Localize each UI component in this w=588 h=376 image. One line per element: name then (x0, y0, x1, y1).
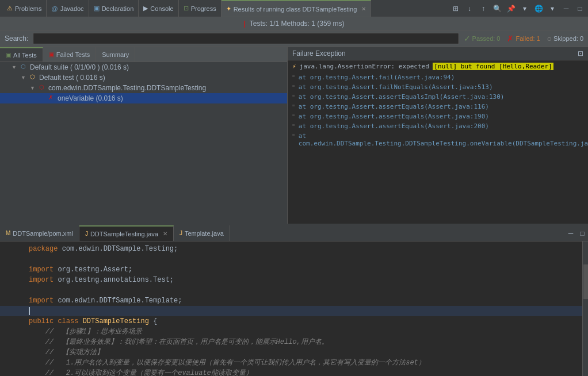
expand-icon[interactable]: ⊡ (578, 49, 583, 57)
stats-area: ✓ Passed: 0 ✗ Failed: 1 ○ Skipped: 0 (464, 34, 583, 43)
tab-declaration[interactable]: ▣ Declaration (89, 0, 139, 17)
stack-trace-text-4: at org.testng.Assert.assertEquals(Assert… (299, 113, 489, 120)
suite-icon: ⬡ (18, 63, 28, 71)
tab-summary[interactable]: Summary (96, 47, 135, 62)
tab-javadoc-label: Javadoc (60, 5, 84, 12)
console-icon: ▶ (143, 5, 148, 12)
code-line-3: import org.testng.Assert; (0, 264, 588, 275)
toolbar-up-btn[interactable]: ↑ (478, 3, 489, 14)
stack-line-icon-3: ≡ (292, 103, 295, 108)
toolbar-chevron2-btn[interactable]: ▾ (547, 3, 558, 14)
assertion-error-line: ⚡ java.lang.AssertionError: expected [nu… (288, 60, 588, 72)
left-panel: ▣ All Tests ▣ Failed Tests Summary ▼ ⬡ D… (0, 47, 288, 224)
all-tests-icon: ▣ (6, 52, 11, 58)
stack-trace-text-3: at org.testng.Assert.assertEquals(Assert… (299, 103, 489, 110)
tree-item-method[interactable]: ✗ oneVariable (0.016 s) (0, 93, 287, 103)
stack-trace-4[interactable]: ≡ at org.testng.Assert.assertEquals(Asse… (288, 112, 588, 121)
stack-line-icon-1: ≡ (292, 83, 295, 89)
stack-trace-text-0: at org.testng.Assert.fail(Assert.java:94… (299, 74, 455, 81)
progress-icon: ⊡ (184, 5, 189, 12)
declaration-icon: ▣ (94, 5, 100, 12)
editor-scrollbar[interactable] (582, 241, 588, 376)
toolbar-search-btn[interactable]: 🔍 (491, 3, 503, 14)
test-collapse-arrow[interactable]: ▼ (21, 75, 28, 80)
editor-minimize-btn[interactable]: ─ (565, 228, 576, 239)
toolbar-maximize-btn[interactable]: □ (574, 3, 586, 14)
editor-tab-pom[interactable]: M DDTSample/pom.xml (0, 225, 79, 241)
stack-trace-2[interactable]: ≡ at org.testng.Assert.assertEqualsImpl(… (288, 92, 588, 102)
stack-trace-3[interactable]: ≡ at org.testng.Assert.assertEquals(Asse… (288, 102, 588, 112)
code-line-5 (0, 285, 588, 296)
summary-label: Summary (102, 51, 129, 58)
stack-trace-6[interactable]: ≡ at com.edwin.DDTSample.Testing.DDTSamp… (288, 131, 588, 148)
class-collapse-arrow[interactable]: ▼ (30, 85, 37, 91)
toolbar-globe-btn[interactable]: 🌐 (533, 3, 544, 14)
editor-tab-template-label: Template.java (185, 230, 224, 237)
suite-collapse-arrow[interactable]: ▼ (12, 64, 18, 70)
stack-trace-1[interactable]: ≡ at org.testng.Assert.failNotEquals(Ass… (288, 82, 588, 92)
search-stats-bar: Search: ✓ Passed: 0 ✗ Failed: 1 ○ Skippe… (0, 30, 588, 47)
stack-line-icon-6: ≡ (292, 132, 295, 137)
assertion-error-icon: ⚡ (292, 63, 296, 70)
results-header-text: Tests: 1/1 Methods: 1 (359 ms) (250, 20, 345, 28)
tab-declaration-label: Declaration (102, 5, 134, 12)
editor-maximize-btn[interactable]: □ (576, 228, 588, 239)
tab-failed-tests[interactable]: ▣ Failed Tests (43, 47, 97, 62)
toolbar-minimize-btn[interactable]: ─ (560, 3, 572, 14)
stack-trace-0[interactable]: ≡ at org.testng.Assert.fail(Assert.java:… (288, 72, 588, 82)
stat-skipped: ○ Skipped: 0 (547, 34, 583, 43)
editor-tab-template[interactable]: J Template.java (174, 225, 230, 241)
tab-console[interactable]: ▶ Console (139, 0, 178, 17)
tab-problems[interactable]: ⚠ Problems (2, 0, 47, 17)
tab-results[interactable]: ✦ Results of running class DDTSampleTest… (222, 0, 372, 17)
stack-trace-5[interactable]: ≡ at org.testng.Assert.assertEquals(Asse… (288, 121, 588, 131)
failure-header: Failure Exception ⊡ (288, 47, 588, 60)
passed-label: Passed: (472, 35, 495, 42)
warning-icon: ⚠ (7, 5, 13, 12)
editor-tab-right: ─ □ (565, 228, 588, 239)
stat-failed: ✗ Failed: 1 (507, 34, 540, 43)
tab-failed-tests-label: Failed Tests (56, 51, 90, 58)
code-line-7 (0, 306, 588, 316)
code-line-6: import com.edwin.DDTfSample.Template; (0, 296, 588, 306)
stack-trace-text-5: at org.testng.Assert.assertEquals(Assert… (299, 122, 489, 130)
toolbar-chevron-btn[interactable]: ▾ (519, 3, 530, 14)
assertion-error-text: java.lang.AssertionError: expected [null… (300, 63, 553, 70)
editor-content[interactable]: package com.edwin.DDTSample.Testing; imp… (0, 241, 588, 376)
tab-progress[interactable]: ⊡ Progress (179, 0, 222, 17)
code-line-12: // 1.用户名传入到变量，以便保存变更以便使用（首先有一个类可让我们传入用户名… (0, 358, 588, 368)
template-icon: J (180, 230, 182, 236)
toolbar-pin-btn[interactable]: 📌 (505, 3, 517, 14)
tab-progress-label: Progress (191, 5, 216, 12)
results-icon: ✦ (226, 5, 231, 13)
search-input[interactable] (33, 33, 459, 44)
passed-value: 0 (497, 35, 500, 42)
results-error-indicator: | (243, 20, 245, 28)
toolbar-down-btn[interactable]: ↓ (464, 3, 475, 14)
toolbar-rerun-btn[interactable]: ⊞ (450, 3, 461, 14)
assertion-highlight: [null] but found [Hello,Reader] (433, 63, 553, 70)
editor-tab-java[interactable]: J DDTSampleTesting.java ✕ (79, 225, 174, 241)
stack-line-icon-2: ≡ (292, 93, 295, 98)
code-area: package com.edwin.DDTSample.Testing; imp… (0, 241, 588, 376)
code-line-4: import org.testng.annotations.Test; (0, 275, 588, 285)
tree-item-suite[interactable]: ▼ ⬡ Default suite ( 0/1/0/0 ) (0.016 s) (0, 62, 287, 72)
tree-item-test[interactable]: ▼ ⬡ Default test ( 0.016 s) (0, 72, 287, 83)
editor-scrollbar-thumb[interactable] (583, 264, 588, 299)
failed-label: Failed: (516, 35, 534, 42)
tab-results-close[interactable]: ✕ (361, 6, 366, 12)
tab-javadoc[interactable]: @ Javadoc (47, 0, 89, 17)
top-tab-bar: ⚠ Problems @ Javadoc ▣ Declaration ▶ Con… (0, 0, 588, 17)
code-line-2 (0, 254, 588, 264)
editor-area: M DDTSample/pom.xml J DDTSampleTesting.j… (0, 225, 588, 376)
tab-all-tests[interactable]: ▣ All Tests (0, 47, 43, 62)
tree-item-class[interactable]: ▼ ⬡ com.edwin.DDTSample.Testing.DDTSampl… (0, 83, 287, 93)
editor-tab-java-close[interactable]: ✕ (163, 231, 167, 237)
stack-trace-text-6: at com.edwin.DDTSample.Testing.DDTSample… (299, 132, 588, 147)
code-line-8: public class DDTSampleTesting { (0, 316, 588, 327)
stack-line-icon-0: ≡ (292, 74, 295, 79)
failed-value: 1 (536, 35, 540, 42)
tab-bar-toolbar: ⊞ ↓ ↑ 🔍 📌 ▾ 🌐 ▾ ─ □ (450, 3, 586, 14)
editor-tab-pom-label: DDTSample/pom.xml (13, 230, 73, 237)
code-line-9: // 【步骤1】：思考业务场景 (0, 327, 588, 337)
